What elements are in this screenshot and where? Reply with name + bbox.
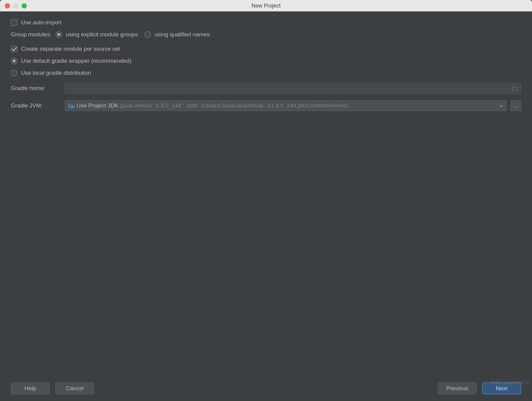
gradle-home-label: Gradle home:: [11, 85, 65, 92]
dialog-content: Use auto-import Group modules: using exp…: [0, 11, 532, 376]
group-modules-row: Group modules: using explicit module gro…: [11, 31, 521, 38]
gradle-jvm-primary: Use Project JDK: [77, 102, 118, 109]
auto-import-label: Use auto-import: [21, 19, 62, 26]
next-button[interactable]: Next: [482, 382, 521, 394]
previous-button-label: Previous: [446, 385, 468, 392]
local-distribution-row[interactable]: Use local gradle distribution: [11, 70, 521, 76]
dialog-footer: Help Cancel Previous Next: [0, 376, 532, 401]
window-controls: [5, 3, 27, 8]
gradle-jvm-row: Gradle JVM: Use Project JDK (java versio…: [11, 100, 521, 111]
close-icon[interactable]: [5, 3, 10, 8]
minimize-icon: [13, 3, 18, 8]
group-modules-qualified-radio[interactable]: [144, 31, 151, 38]
separate-module-row[interactable]: Create separate module per source set: [11, 46, 521, 52]
svg-rect-0: [71, 107, 74, 108]
window-title: New Project: [0, 3, 532, 9]
gradle-jvm-detail: (java version "1.8.0_144", path: /Librar…: [120, 102, 348, 109]
gradle-home-row: Gradle home:: [11, 83, 521, 94]
jdk-folder-icon: [68, 103, 75, 108]
group-modules-label: Group modules:: [11, 31, 51, 38]
titlebar: New Project: [0, 0, 532, 11]
next-button-label: Next: [496, 385, 507, 392]
local-distribution-label: Use local gradle distribution: [21, 70, 91, 76]
cancel-button[interactable]: Cancel: [55, 382, 94, 394]
gradle-jvm-label: Gradle JVM:: [11, 102, 65, 109]
help-button-label: Help: [24, 385, 36, 392]
browse-folder-icon[interactable]: [512, 86, 518, 91]
cancel-button-label: Cancel: [66, 385, 83, 392]
separate-module-checkbox[interactable]: [11, 46, 17, 52]
gradle-home-input[interactable]: [65, 83, 521, 94]
local-distribution-radio[interactable]: [11, 70, 17, 76]
ellipsis-icon: ...: [513, 102, 518, 109]
separate-module-label: Create separate module per source set: [21, 46, 120, 52]
group-modules-qualified-label: using qualified names: [155, 31, 210, 38]
gradle-jvm-more-button[interactable]: ...: [510, 100, 521, 111]
chevron-down-icon: [499, 102, 503, 109]
previous-button[interactable]: Previous: [438, 382, 477, 394]
help-button[interactable]: Help: [11, 382, 50, 394]
auto-import-checkbox[interactable]: [11, 19, 17, 26]
gradle-jvm-dropdown[interactable]: Use Project JDK (java version "1.8.0_144…: [65, 100, 507, 111]
zoom-icon[interactable]: [22, 3, 27, 8]
default-wrapper-row[interactable]: Use default gradle wrapper (recommended): [11, 58, 521, 64]
default-wrapper-radio[interactable]: [11, 58, 17, 64]
default-wrapper-label: Use default gradle wrapper (recommended): [21, 58, 131, 64]
group-modules-explicit-radio[interactable]: [56, 31, 62, 38]
auto-import-row[interactable]: Use auto-import: [11, 19, 521, 26]
group-modules-explicit-label: using explicit module groups: [66, 31, 138, 38]
